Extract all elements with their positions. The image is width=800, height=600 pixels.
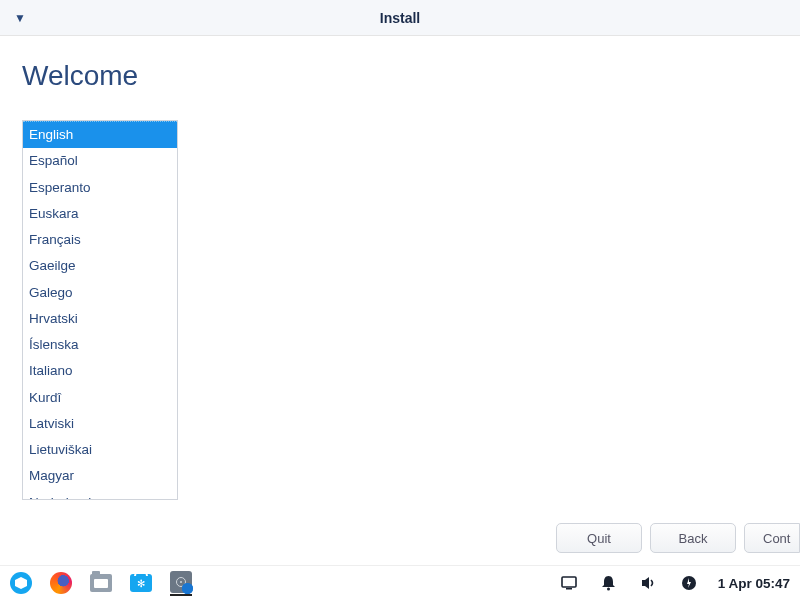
language-option[interactable]: Hrvatski	[23, 306, 177, 332]
language-option[interactable]: Français	[23, 227, 177, 253]
volume-icon[interactable]	[638, 572, 660, 594]
content-area: Welcome EnglishEspañolEsperantoEuskaraFr…	[0, 36, 800, 565]
language-option[interactable]: Euskara	[23, 201, 177, 227]
taskbar-right: 1 Apr 05:47	[558, 572, 790, 594]
back-button[interactable]: Back	[650, 523, 736, 553]
desktop-show-icon[interactable]	[558, 572, 580, 594]
window-menu-icon[interactable]: ▼	[14, 11, 26, 25]
taskbar: 1 Apr 05:47	[0, 565, 800, 600]
software-store-icon[interactable]	[130, 572, 152, 594]
power-icon[interactable]	[678, 572, 700, 594]
svg-rect-2	[562, 577, 576, 587]
start-menu-icon[interactable]	[10, 572, 32, 594]
clock[interactable]: 1 Apr 05:47	[718, 576, 790, 591]
language-option[interactable]: Español	[23, 148, 177, 174]
firefox-icon[interactable]	[50, 572, 72, 594]
taskbar-left	[10, 572, 192, 594]
quit-button[interactable]: Quit	[556, 523, 642, 553]
files-icon[interactable]	[90, 572, 112, 594]
language-option[interactable]: Galego	[23, 280, 177, 306]
language-list[interactable]: EnglishEspañolEsperantoEuskaraFrançaisGa…	[22, 120, 178, 500]
svg-point-4	[607, 588, 610, 591]
titlebar: ▼ Install	[0, 0, 800, 36]
language-option[interactable]: Esperanto	[23, 175, 177, 201]
install-window: ▼ Install Welcome EnglishEspañolEsperant…	[0, 0, 800, 565]
language-option[interactable]: Lietuviškai	[23, 437, 177, 463]
language-option[interactable]: Gaeilge	[23, 253, 177, 279]
svg-point-1	[180, 581, 182, 583]
notifications-icon[interactable]	[598, 572, 620, 594]
language-option[interactable]: Nederlands	[23, 490, 177, 501]
language-option[interactable]: Kurdî	[23, 385, 177, 411]
svg-rect-3	[566, 588, 572, 590]
continue-button[interactable]: Cont	[744, 523, 800, 553]
language-option[interactable]: Íslenska	[23, 332, 177, 358]
language-option[interactable]: English	[23, 121, 177, 148]
language-option[interactable]: Magyar	[23, 463, 177, 489]
page-heading: Welcome	[22, 60, 778, 92]
installer-taskbar-icon[interactable]	[170, 574, 192, 596]
language-option[interactable]: Latviski	[23, 411, 177, 437]
button-row: Quit Back Cont	[556, 523, 800, 565]
window-title: Install	[380, 10, 420, 26]
language-option[interactable]: Italiano	[23, 358, 177, 384]
